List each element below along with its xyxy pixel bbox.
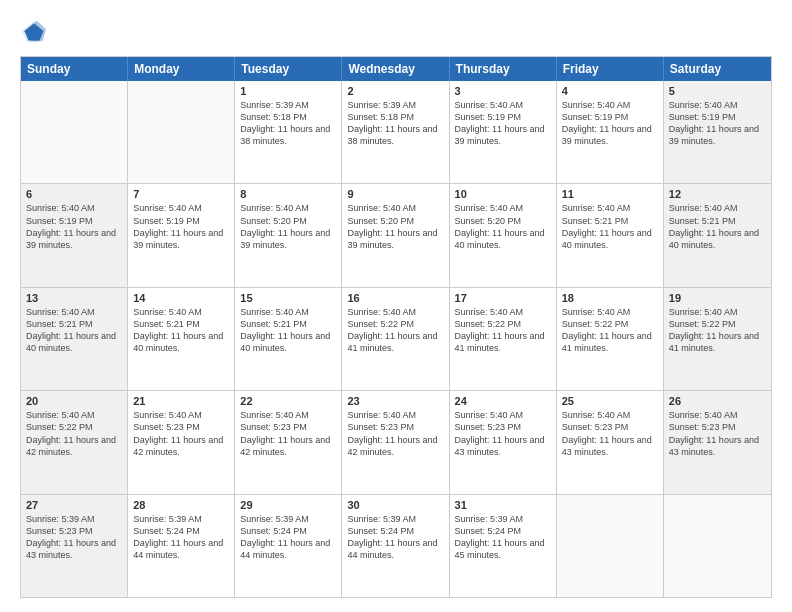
cell-info: Daylight: 11 hours and 42 minutes. [240, 434, 336, 458]
calendar-cell: 19Sunrise: 5:40 AMSunset: 5:22 PMDayligh… [664, 288, 771, 390]
cell-info: Sunrise: 5:39 AM [240, 513, 336, 525]
day-number: 18 [562, 292, 658, 304]
calendar-week-5: 27Sunrise: 5:39 AMSunset: 5:23 PMDayligh… [21, 494, 771, 597]
cell-info: Sunset: 5:19 PM [455, 111, 551, 123]
cell-info: Daylight: 11 hours and 43 minutes. [26, 537, 122, 561]
day-number: 10 [455, 188, 551, 200]
day-number: 12 [669, 188, 766, 200]
day-number: 9 [347, 188, 443, 200]
cell-info: Daylight: 11 hours and 44 minutes. [133, 537, 229, 561]
cell-info: Daylight: 11 hours and 41 minutes. [455, 330, 551, 354]
calendar-cell: 10Sunrise: 5:40 AMSunset: 5:20 PMDayligh… [450, 184, 557, 286]
cell-info: Sunset: 5:21 PM [669, 215, 766, 227]
calendar-cell: 16Sunrise: 5:40 AMSunset: 5:22 PMDayligh… [342, 288, 449, 390]
cell-info: Sunset: 5:21 PM [562, 215, 658, 227]
calendar-header: SundayMondayTuesdayWednesdayThursdayFrid… [21, 57, 771, 81]
calendar-cell: 31Sunrise: 5:39 AMSunset: 5:24 PMDayligh… [450, 495, 557, 597]
cell-info: Daylight: 11 hours and 38 minutes. [347, 123, 443, 147]
cell-info: Sunrise: 5:40 AM [347, 202, 443, 214]
calendar-cell: 28Sunrise: 5:39 AMSunset: 5:24 PMDayligh… [128, 495, 235, 597]
day-number: 27 [26, 499, 122, 511]
cell-info: Sunset: 5:24 PM [133, 525, 229, 537]
cell-info: Sunset: 5:24 PM [240, 525, 336, 537]
cell-info: Daylight: 11 hours and 40 minutes. [133, 330, 229, 354]
cell-info: Sunrise: 5:39 AM [133, 513, 229, 525]
day-number: 1 [240, 85, 336, 97]
cell-info: Sunset: 5:22 PM [347, 318, 443, 330]
day-number: 28 [133, 499, 229, 511]
cell-info: Sunset: 5:23 PM [669, 421, 766, 433]
cell-info: Sunset: 5:24 PM [347, 525, 443, 537]
header-day-wednesday: Wednesday [342, 57, 449, 81]
cell-info: Sunrise: 5:39 AM [455, 513, 551, 525]
calendar-cell: 9Sunrise: 5:40 AMSunset: 5:20 PMDaylight… [342, 184, 449, 286]
cell-info: Sunrise: 5:40 AM [562, 306, 658, 318]
cell-info: Daylight: 11 hours and 41 minutes. [562, 330, 658, 354]
cell-info: Daylight: 11 hours and 40 minutes. [26, 330, 122, 354]
day-number: 26 [669, 395, 766, 407]
cell-info: Sunrise: 5:40 AM [240, 306, 336, 318]
day-number: 21 [133, 395, 229, 407]
cell-info: Sunrise: 5:40 AM [26, 306, 122, 318]
cell-info: Sunrise: 5:40 AM [455, 202, 551, 214]
cell-info: Daylight: 11 hours and 39 minutes. [347, 227, 443, 251]
calendar-cell: 1Sunrise: 5:39 AMSunset: 5:18 PMDaylight… [235, 81, 342, 183]
day-number: 15 [240, 292, 336, 304]
header-day-tuesday: Tuesday [235, 57, 342, 81]
day-number: 5 [669, 85, 766, 97]
cell-info: Sunset: 5:23 PM [26, 525, 122, 537]
calendar-cell: 15Sunrise: 5:40 AMSunset: 5:21 PMDayligh… [235, 288, 342, 390]
day-number: 31 [455, 499, 551, 511]
day-number: 17 [455, 292, 551, 304]
cell-info: Daylight: 11 hours and 42 minutes. [26, 434, 122, 458]
cell-info: Sunset: 5:19 PM [26, 215, 122, 227]
cell-info: Sunrise: 5:40 AM [562, 409, 658, 421]
cell-info: Sunset: 5:24 PM [455, 525, 551, 537]
calendar-cell: 11Sunrise: 5:40 AMSunset: 5:21 PMDayligh… [557, 184, 664, 286]
cell-info: Sunset: 5:22 PM [562, 318, 658, 330]
cell-info: Sunrise: 5:40 AM [455, 99, 551, 111]
day-number: 13 [26, 292, 122, 304]
cell-info: Sunset: 5:22 PM [455, 318, 551, 330]
cell-info: Daylight: 11 hours and 44 minutes. [240, 537, 336, 561]
calendar-week-3: 13Sunrise: 5:40 AMSunset: 5:21 PMDayligh… [21, 287, 771, 390]
calendar-cell: 22Sunrise: 5:40 AMSunset: 5:23 PMDayligh… [235, 391, 342, 493]
calendar-cell [557, 495, 664, 597]
page: SundayMondayTuesdayWednesdayThursdayFrid… [0, 0, 792, 612]
cell-info: Sunrise: 5:40 AM [26, 202, 122, 214]
calendar-cell: 2Sunrise: 5:39 AMSunset: 5:18 PMDaylight… [342, 81, 449, 183]
header-day-monday: Monday [128, 57, 235, 81]
cell-info: Daylight: 11 hours and 39 minutes. [133, 227, 229, 251]
calendar-cell: 23Sunrise: 5:40 AMSunset: 5:23 PMDayligh… [342, 391, 449, 493]
cell-info: Daylight: 11 hours and 40 minutes. [240, 330, 336, 354]
calendar-cell: 7Sunrise: 5:40 AMSunset: 5:19 PMDaylight… [128, 184, 235, 286]
calendar-cell [128, 81, 235, 183]
header-day-saturday: Saturday [664, 57, 771, 81]
day-number: 8 [240, 188, 336, 200]
calendar-week-1: 1Sunrise: 5:39 AMSunset: 5:18 PMDaylight… [21, 81, 771, 183]
day-number: 6 [26, 188, 122, 200]
cell-info: Sunrise: 5:40 AM [669, 409, 766, 421]
cell-info: Sunrise: 5:40 AM [347, 306, 443, 318]
cell-info: Sunrise: 5:40 AM [240, 202, 336, 214]
cell-info: Sunset: 5:18 PM [347, 111, 443, 123]
cell-info: Daylight: 11 hours and 45 minutes. [455, 537, 551, 561]
calendar-week-2: 6Sunrise: 5:40 AMSunset: 5:19 PMDaylight… [21, 183, 771, 286]
cell-info: Daylight: 11 hours and 42 minutes. [133, 434, 229, 458]
cell-info: Sunset: 5:21 PM [26, 318, 122, 330]
calendar-cell: 3Sunrise: 5:40 AMSunset: 5:19 PMDaylight… [450, 81, 557, 183]
day-number: 19 [669, 292, 766, 304]
logo [20, 18, 52, 46]
cell-info: Sunrise: 5:40 AM [562, 99, 658, 111]
day-number: 4 [562, 85, 658, 97]
cell-info: Sunrise: 5:40 AM [347, 409, 443, 421]
cell-info: Daylight: 11 hours and 43 minutes. [455, 434, 551, 458]
cell-info: Sunset: 5:23 PM [133, 421, 229, 433]
cell-info: Sunset: 5:22 PM [26, 421, 122, 433]
cell-info: Sunrise: 5:40 AM [133, 409, 229, 421]
cell-info: Sunset: 5:20 PM [455, 215, 551, 227]
header-day-thursday: Thursday [450, 57, 557, 81]
cell-info: Daylight: 11 hours and 40 minutes. [669, 227, 766, 251]
calendar-cell: 24Sunrise: 5:40 AMSunset: 5:23 PMDayligh… [450, 391, 557, 493]
calendar-cell: 8Sunrise: 5:40 AMSunset: 5:20 PMDaylight… [235, 184, 342, 286]
